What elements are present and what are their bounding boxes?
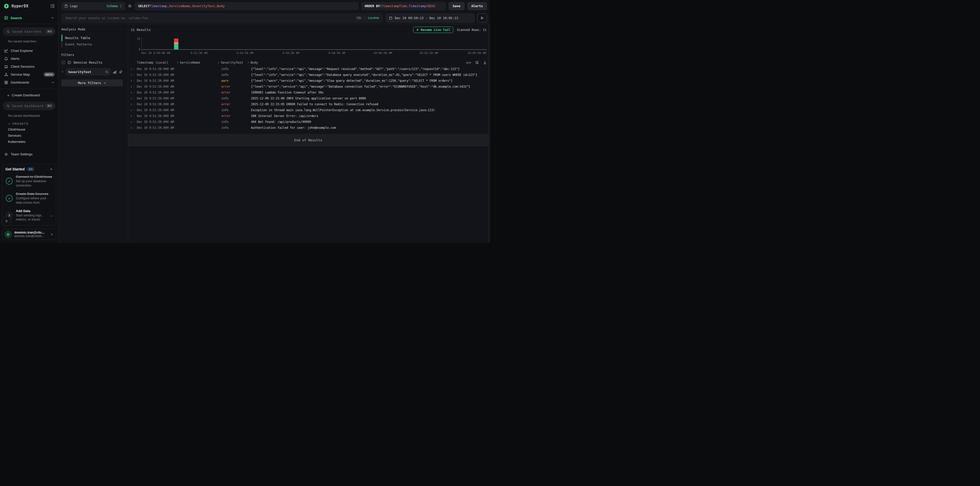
- sql-mode-toggle[interactable]: SQL: [356, 16, 362, 20]
- collapse-sidebar-icon[interactable]: [50, 4, 55, 8]
- expand-row-chevron-icon[interactable]: ❯: [130, 67, 132, 70]
- sidebar-item-dashboards[interactable]: Dashboards: [0, 78, 58, 86]
- table-row[interactable]: ❯ Dec 10 9:51:30.000 AM info Exception i…: [128, 107, 490, 113]
- chevron-updown-icon: [120, 4, 122, 8]
- denoise-checkbox[interactable]: [61, 61, 65, 64]
- results-panel: 11 Results Resume Live Tail Scanned Rows…: [128, 24, 490, 243]
- expand-row-chevron-icon[interactable]: ❯: [130, 79, 132, 82]
- tab-results-table[interactable]: Results Table: [62, 35, 123, 41]
- presets-header[interactable]: PRESETS: [0, 119, 58, 126]
- source-select[interactable]: Logs Schema: [62, 2, 125, 10]
- table-row[interactable]: ❯ Dec 10 9:51:30.000 AM info {"level":"i…: [128, 72, 490, 78]
- preset-item-services[interactable]: Services: [0, 132, 58, 139]
- download-icon[interactable]: [483, 61, 487, 65]
- sidebar-item-label: Chart Explorer: [11, 49, 55, 53]
- team-settings-label: Team Settings: [11, 152, 33, 156]
- table-row[interactable]: ❯ Dec 10 9:51:30.000 AM info 404 Not Fou…: [128, 119, 490, 125]
- sidebar-item-service-map[interactable]: Service Map BETA: [0, 70, 58, 78]
- histogram-bar[interactable]: [174, 38, 178, 49]
- source-settings-gear-icon[interactable]: [128, 4, 132, 8]
- drag-handle-icon[interactable]: ⠿: [218, 61, 220, 64]
- sidebar-item-search[interactable]: Search: [0, 12, 58, 24]
- cell-body: 2025-12-09 22:15:05 ERROR Failed to conn…: [247, 102, 490, 106]
- table-search-icon: [4, 16, 8, 20]
- search-input[interactable]: [65, 16, 355, 20]
- get-started-step-connect[interactable]: Connect to ClickHouse Set up your databa…: [5, 175, 53, 188]
- save-button[interactable]: Save: [449, 2, 465, 10]
- table-row[interactable]: ❯ Dec 10 9:51:30.000 AM error [ERROR] La…: [128, 89, 490, 95]
- table-row[interactable]: ❯ Dec 10 9:51:30.000 AM info 2025-12-09 …: [128, 95, 490, 101]
- expand-row-chevron-icon[interactable]: ❯: [130, 91, 132, 94]
- create-dashboard-button[interactable]: + Create Dashboard: [0, 91, 58, 99]
- wrap-lines-icon[interactable]: [475, 61, 479, 65]
- column-header-body[interactable]: ⠿Body: [247, 61, 467, 64]
- chevron-up-icon[interactable]: [51, 16, 54, 19]
- column-header-servicename[interactable]: ⠿ServiceName: [177, 61, 218, 64]
- sidebar-item-alerts[interactable]: Alerts: [0, 55, 58, 62]
- column-header-severitytext[interactable]: ⠿SeverityText: [218, 61, 247, 64]
- cell-body: {"level":"info","service":"api","message…: [247, 73, 490, 76]
- cell-severitytext: info: [218, 67, 247, 71]
- y-axis-min: 0: [138, 48, 140, 51]
- table-row[interactable]: ❯ Dec 10 9:51:30.000 AM info Authenticat…: [128, 125, 490, 131]
- time-range-picker[interactable]: Dec 10 09:50:13 - Dec 10 10:05:13: [385, 14, 474, 22]
- expand-row-chevron-icon[interactable]: ❯: [130, 73, 132, 76]
- run-query-button[interactable]: [477, 14, 487, 22]
- sidebar-item-team-settings[interactable]: Team Settings: [0, 150, 58, 158]
- no-saved-searches-note: No saved searches: [0, 36, 58, 45]
- y-axis-max: 12: [137, 37, 140, 40]
- cell-severitytext: error: [218, 102, 247, 106]
- table-row[interactable]: ❯ Dec 10 9:51:30.000 AM info {"level":"i…: [128, 66, 490, 72]
- get-started-step-sources[interactable]: Create Data Sources Configure where your…: [5, 192, 53, 205]
- sidebar-item-chart-explorer[interactable]: Chart Explorer: [0, 47, 58, 55]
- saved-searches-input[interactable]: Saved Searches ⌘K: [3, 27, 56, 36]
- pin-icon[interactable]: [119, 70, 123, 74]
- order-by-input[interactable]: ORDER BY (TimestampTime, Timestamp) DESC: [361, 2, 446, 10]
- histogram-plot[interactable]: [142, 38, 486, 50]
- table-row[interactable]: ❯ Dec 10 9:51:30.000 AM error 500 Intern…: [128, 113, 490, 119]
- search-icon: [6, 30, 10, 33]
- cell-body: Exception in thread main java.lang.NullP…: [247, 108, 490, 112]
- tab-event-patterns[interactable]: Event Patterns: [62, 41, 123, 48]
- preset-item-kubernetes[interactable]: Kubernetes: [0, 139, 58, 145]
- drag-handle-icon[interactable]: ⠿: [247, 61, 249, 64]
- preset-item-clickhouse[interactable]: ClickHouse: [0, 126, 58, 132]
- lucene-mode-toggle[interactable]: Lucene: [368, 16, 379, 20]
- bar-chart-icon[interactable]: [113, 70, 117, 74]
- saved-dashboards-input[interactable]: Saved Dashboards ⌘K: [3, 102, 56, 110]
- chevron-up-icon[interactable]: [52, 81, 55, 84]
- table-row[interactable]: ❯ Dec 10 9:51:30.000 AM error 2025-12-09…: [128, 101, 490, 107]
- table-body: ❯ Dec 10 9:51:30.000 AM info {"level":"i…: [128, 66, 490, 131]
- table-row[interactable]: ❯ Dec 10 9:51:30.000 AM warn {"level":"w…: [128, 78, 490, 84]
- select-query-input[interactable]: SELECT Timestamp,ServiceName,SeverityTex…: [135, 2, 358, 10]
- expand-row-chevron-icon[interactable]: ❯: [130, 120, 132, 123]
- get-started-header[interactable]: Get Started 2/3: [5, 167, 53, 171]
- x-tick-label: 10:00:30 AM: [374, 51, 392, 55]
- chevron-up-icon[interactable]: [49, 167, 53, 171]
- x-tick-label: 10:05:00 AM: [468, 51, 486, 55]
- drag-handle-icon[interactable]: ⠿: [177, 61, 178, 64]
- expand-row-chevron-icon[interactable]: ❯: [130, 108, 132, 112]
- expand-row-chevron-icon[interactable]: ❯: [130, 103, 132, 105]
- user-profile-card[interactable]: D dominic.tran@clic... dominic.tran@clic…: [2, 229, 56, 240]
- more-filters-button[interactable]: More filters: [61, 80, 123, 86]
- expand-row-chevron-icon[interactable]: ❯: [130, 97, 132, 100]
- get-started-step-add-data[interactable]: 3 Add Data Start sending logs, metrics, …: [5, 209, 53, 222]
- column-header-timestamp[interactable]: Timestamp (Local): [137, 61, 177, 64]
- expand-row-chevron-icon[interactable]: ❯: [130, 115, 132, 117]
- expand-row-chevron-icon[interactable]: ❯: [130, 85, 132, 88]
- alerts-button[interactable]: Alerts: [467, 2, 487, 10]
- expand-row-chevron-icon[interactable]: ❯: [130, 126, 132, 129]
- cell-body: {"level":"error","service":"api","messag…: [247, 85, 490, 88]
- x-tick-label: 9:58:30 AM: [328, 51, 345, 55]
- filter-field-input[interactable]: SeverityText: [66, 68, 111, 75]
- view-source-icon[interactable]: </>: [466, 61, 471, 64]
- sidebar-item-client-sessions[interactable]: Client Sessions: [0, 62, 58, 70]
- cell-timestamp: Dec 10 9:51:30.000 AM: [137, 120, 177, 124]
- table-row[interactable]: ❯ Dec 10 9:51:30.000 AM error {"level":"…: [128, 84, 490, 89]
- select-cols-rest: ,ServiceName,SeverityText,Body: [167, 4, 225, 8]
- denoise-icon: [67, 61, 71, 64]
- help-button[interactable]: ?: [2, 217, 11, 226]
- resume-live-tail-button[interactable]: Resume Live Tail: [413, 27, 453, 33]
- chevron-right-icon[interactable]: [61, 70, 64, 73]
